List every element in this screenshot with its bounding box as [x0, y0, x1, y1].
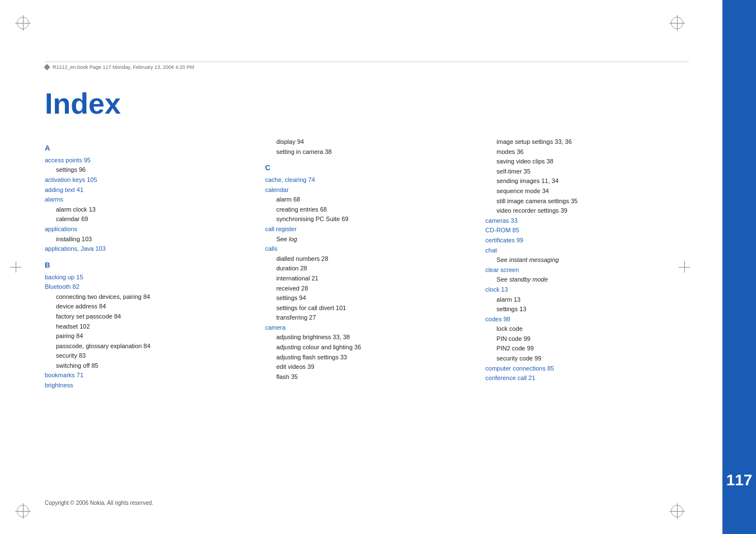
entry-still-image: still image camera settings 35 — [485, 196, 689, 207]
entry-clock: clock 13 — [485, 285, 689, 295]
reg-mark-top-left — [17, 17, 29, 29]
entry-self-timer: self-timer 35 — [485, 167, 689, 177]
reg-mark-mid-right — [679, 261, 690, 273]
entry-pin2-code: PIN2 code 99 — [485, 344, 689, 354]
column-1: A access points 95 settings 96 activatio… — [45, 137, 248, 391]
entry-calls: calls — [265, 244, 469, 254]
entry-bookmarks: bookmarks 71 — [45, 371, 248, 381]
reg-mark-bottom-right — [671, 505, 683, 517]
entry-codes: codes 98 — [485, 315, 689, 325]
entry-bt-pairing: pairing 84 — [45, 331, 248, 341]
entry-received: received 28 — [265, 284, 469, 294]
entry-bt-switching: switching off 85 — [45, 361, 248, 371]
entry-sequence-mode: sequence mode 34 — [485, 186, 689, 196]
entry-call-divert: settings for call divert 101 — [265, 303, 469, 313]
copyright-text: Copyright © 2006 Nokia. All rights reser… — [45, 500, 153, 506]
entry-bluetooth: Bluetooth 82 — [45, 282, 248, 292]
entry-bt-connecting: connecting two devices, pairing 84 — [45, 292, 248, 302]
letter-c: C — [265, 162, 469, 174]
entry-computer-connections: computer connections 85 — [485, 364, 689, 374]
entry-security-code: security code 99 — [485, 354, 689, 364]
entry-access-points: access points 95 — [45, 156, 248, 166]
entry-cameras: cameras 33 — [485, 216, 689, 226]
entry-duration: duration 28 — [265, 264, 469, 274]
entry-applications: applications — [45, 224, 248, 235]
entry-flash-35: flash 35 — [265, 372, 469, 382]
entry-installing: installing 103 — [45, 235, 248, 245]
letter-a: A — [45, 143, 248, 154]
entry-cache-clearing: cache, clearing 74 — [265, 175, 469, 185]
entry-setting-camera-38: setting in camera 38 — [265, 147, 469, 157]
entry-certificates: certificates 99 — [485, 236, 689, 246]
entry-settings-96: settings 96 — [45, 165, 248, 175]
entry-activation-keys: activation keys 105 — [45, 175, 248, 185]
entry-bt-headset: headset 102 — [45, 322, 248, 332]
entry-see-instant-messaging: See instant messaging — [485, 255, 689, 265]
entry-calendar: calendar — [265, 185, 469, 195]
entry-chat: chat — [485, 246, 689, 256]
entry-see-standby-mode: See standby mode — [485, 275, 689, 285]
entry-alarm-clock: alarm clock 13 — [45, 205, 248, 215]
entry-dialled-numbers: dialled numbers 28 — [265, 254, 469, 264]
entry-alarms: alarms — [45, 195, 248, 205]
column-2: display 94 setting in camera 38 C cache,… — [265, 137, 469, 391]
entry-saving-video: saving video clips 38 — [485, 157, 689, 167]
main-content: R1112_en.book Page 117 Monday, February … — [0, 0, 722, 534]
entry-adj-colour: adjusting colour and lighting 36 — [265, 343, 469, 353]
entry-clear-screen: clear screen — [485, 265, 689, 275]
entry-bt-factory: factory set passcode 84 — [45, 312, 248, 322]
entry-transferring: transferring 27 — [265, 313, 469, 323]
entry-backing-up: backing up 15 — [45, 273, 248, 283]
entry-call-register: call register — [265, 224, 469, 235]
entry-bt-security: security 83 — [45, 351, 248, 361]
entry-display-94: display 94 — [265, 137, 469, 147]
entry-clock-settings: settings 13 — [485, 305, 689, 315]
entry-camera: camera — [265, 323, 469, 333]
entry-adding-text: adding text 41 — [45, 185, 248, 195]
entry-applications-java: applications, Java 103 — [45, 244, 248, 254]
entry-adj-brightness: adjusting brightness 33, 38 — [265, 332, 469, 343]
entry-adj-flash: adjusting flash settings 33 — [265, 353, 469, 363]
diamond-icon — [44, 64, 50, 70]
letter-b: B — [45, 260, 248, 271]
entry-conference-call: conference call 21 — [485, 373, 689, 383]
reg-mark-mid-left — [10, 261, 21, 273]
entry-calendar-alarm: alarm 68 — [265, 195, 469, 205]
entry-bt-device-address: device address 84 — [45, 302, 248, 312]
entry-clock-alarm: alarm 13 — [485, 295, 689, 305]
entry-pin-code: PIN code 99 — [485, 334, 689, 344]
file-info-bar: R1112_en.book Page 117 Monday, February … — [45, 62, 689, 70]
entry-calendar-69: calendar 69 — [45, 214, 248, 224]
entry-edit-videos: edit videos 39 — [265, 362, 469, 372]
entry-international: international 21 — [265, 274, 469, 284]
entry-cd-rom: CD-ROM 85 — [485, 226, 689, 236]
reg-mark-top-right — [671, 17, 683, 29]
page-number: 117 — [726, 471, 753, 489]
entry-see-log: See log — [265, 235, 469, 245]
entry-creating-entries: creating entries 68 — [265, 205, 469, 215]
entry-brightness: brightness — [45, 381, 248, 391]
entry-modes: modes 36 — [485, 147, 689, 157]
index-title: Index — [45, 87, 689, 120]
footer: Copyright © 2006 Nokia. All rights reser… — [45, 500, 683, 506]
index-columns: A access points 95 settings 96 activatio… — [45, 137, 689, 391]
file-info-text: R1112_en.book Page 117 Monday, February … — [53, 64, 194, 70]
column-3: image setup settings 33, 36 modes 36 sav… — [485, 137, 689, 391]
page-container: R1112_en.book Page 117 Monday, February … — [0, 0, 756, 534]
entry-sending-images: sending images 11, 34 — [485, 176, 689, 186]
reg-mark-bottom-left — [17, 505, 29, 517]
entry-bt-passcode: passcode, glossary explanation 84 — [45, 341, 248, 352]
entry-lock-code: lock code — [485, 324, 689, 334]
entry-sync-pc-suite: synchronising PC Suite 69 — [265, 214, 469, 224]
page-tab: 117 — [722, 0, 756, 534]
entry-video-recorder: video recorder settings 39 — [485, 206, 689, 216]
entry-image-setup: image setup settings 33, 36 — [485, 137, 689, 147]
entry-calls-settings: settings 94 — [265, 293, 469, 303]
